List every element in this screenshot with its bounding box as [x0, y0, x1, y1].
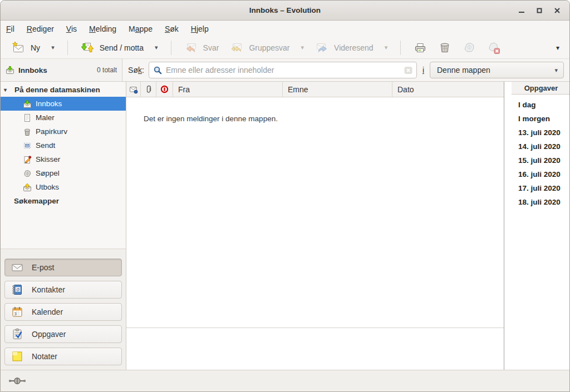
toolbar-separator — [171, 41, 171, 55]
menu-hjelp[interactable]: Hjelp — [191, 23, 215, 35]
folder-innboks[interactable]: Innboks — [1, 97, 126, 111]
reply-all-button[interactable]: Gruppesvar ▾ — [224, 39, 309, 57]
message-list-body[interactable]: Det er ingen meldinger i denne mappen. — [126, 97, 504, 328]
todo-item-date[interactable]: 15. juli 2020 — [518, 153, 570, 167]
reply-label: Svar — [203, 43, 219, 52]
minimize-button[interactable] — [513, 2, 530, 19]
clear-search-icon[interactable] — [404, 66, 412, 75]
svg-text:3: 3 — [14, 311, 16, 316]
menu-rediger[interactable]: Rediger — [27, 23, 60, 35]
reply-button[interactable]: Svar — [179, 39, 225, 57]
send-receive-label: Send / motta — [100, 43, 144, 52]
todo-item-date[interactable]: 17. juli 2020 — [518, 181, 570, 195]
message-preview-pane[interactable] — [126, 328, 504, 371]
search-icon — [153, 66, 163, 75]
delete-button[interactable] — [434, 38, 455, 57]
content-area: ▾ På denne datamaskinen Innboks — [1, 82, 570, 371]
forward-icon — [315, 41, 328, 54]
todo-item-date[interactable]: 14. juli 2020 — [518, 140, 570, 153]
reply-all-dropdown-icon[interactable]: ▾ — [301, 44, 304, 51]
current-folder-name: Innboks — [18, 66, 47, 75]
notes-icon — [11, 350, 23, 363]
search-scope-label: i — [422, 66, 424, 75]
maximize-icon — [536, 7, 543, 14]
search-input[interactable] — [149, 66, 416, 75]
menu-fil[interactable]: Fil — [6, 23, 21, 35]
todo-bar-items: I dag I morgen 13. juli 2020 14. juli 20… — [504, 95, 570, 209]
menu-mappe[interactable]: Mappe — [129, 23, 159, 35]
paperclip-icon — [144, 85, 153, 94]
folder-tree: ▾ På denne datamaskinen Innboks — [1, 82, 126, 208]
drafts-icon — [23, 155, 32, 164]
menu-melding[interactable]: Melding — [89, 23, 122, 35]
toolbar-overflow-button[interactable]: ▾ — [552, 42, 564, 54]
folder-total-count: 0 totalt — [97, 66, 117, 74]
folder-skisser[interactable]: Skisser — [1, 152, 126, 166]
inbox-icon — [6, 66, 14, 75]
close-button[interactable] — [548, 2, 566, 19]
evolution-window: Innboks – Evolution Fil Rediger Vis Meld… — [0, 0, 570, 392]
column-fra[interactable]: Fra — [173, 82, 283, 97]
column-important[interactable] — [156, 82, 173, 97]
switcher-kalender-button[interactable]: 3 Kalender — [4, 303, 122, 321]
switcher-epost-button[interactable]: E-post — [4, 259, 122, 276]
column-attachment[interactable] — [141, 82, 156, 97]
folder-header: Innboks 0 totalt — [1, 59, 122, 81]
folder-maler[interactable]: Maler — [1, 111, 126, 125]
folder-papirkurv[interactable]: Papirkurv — [1, 125, 126, 138]
junk-icon — [463, 41, 476, 54]
trash-icon — [23, 127, 32, 136]
reply-icon — [184, 41, 198, 54]
tree-group-sokemapper[interactable]: Søkemapper — [1, 194, 126, 208]
todo-item-date[interactable]: 13. juli 2020 — [518, 126, 570, 140]
junk-button[interactable] — [459, 38, 480, 57]
switcher-notater-button[interactable]: Notater — [4, 348, 122, 365]
scope-dropdown-arrow-icon: ▾ — [554, 67, 558, 73]
todo-item-date[interactable]: 18. juli 2020 — [518, 195, 570, 209]
new-message-dropdown-icon[interactable]: ▾ — [51, 44, 55, 51]
status-bar — [1, 370, 569, 391]
send-receive-icon — [81, 41, 94, 54]
search-row: Innboks 0 totalt Søk: — [1, 59, 569, 82]
todo-item-idag[interactable]: I dag — [518, 98, 570, 112]
column-status[interactable] — [126, 82, 141, 97]
templates-icon — [23, 113, 32, 122]
switcher-kontakter-button[interactable]: @ Kontakter — [4, 281, 122, 299]
forward-dropdown-icon[interactable]: ▾ — [385, 44, 388, 51]
reply-all-label: Gruppesvar — [249, 43, 289, 52]
message-list-header: Fra Emne Dato — [126, 82, 504, 97]
todo-bar-header[interactable]: Oppgaver — [512, 82, 570, 95]
search-box — [149, 62, 417, 78]
folder-utboks[interactable]: Utboks — [1, 180, 126, 194]
todo-item-date[interactable]: 16. juli 2020 — [518, 167, 570, 181]
maximize-button[interactable] — [530, 2, 548, 19]
new-message-button[interactable]: Ny ▾ — [6, 39, 60, 57]
search-scope-dropdown[interactable]: Denne mappen ▾ — [430, 62, 564, 78]
svg-text:@: @ — [16, 287, 20, 291]
todo-item-imorgen[interactable]: I morgen — [518, 112, 570, 126]
empty-folder-message: Det er ingen meldinger i denne mappen. — [144, 115, 278, 123]
send-receive-dropdown-icon[interactable]: ▾ — [155, 44, 158, 51]
window-controls — [513, 1, 566, 21]
column-dato[interactable]: Dato — [392, 82, 504, 97]
switcher-oppgaver-button[interactable]: Oppgaver — [4, 325, 122, 343]
toolbar-separator — [67, 41, 68, 55]
menu-sok[interactable]: Søk — [165, 23, 185, 35]
toolbar-separator — [400, 41, 401, 55]
outbox-icon — [23, 183, 32, 192]
tree-root-on-this-computer[interactable]: ▾ På denne datamaskinen — [1, 83, 126, 97]
toolbar: Ny ▾ Send / motta ▾ — [1, 37, 569, 59]
inbox-icon — [23, 100, 32, 108]
send-receive-button[interactable]: Send / motta ▾ — [75, 39, 164, 57]
forward-button[interactable]: Videresend ▾ — [309, 39, 393, 57]
print-button[interactable] — [410, 38, 431, 57]
folder-soppel[interactable]: Søppel — [1, 166, 126, 180]
folder-sidebar: ▾ På denne datamaskinen Innboks — [1, 82, 126, 371]
menu-vis[interactable]: Vis — [66, 23, 83, 35]
not-junk-button[interactable] — [483, 38, 504, 57]
folder-sendt[interactable]: Sendt — [1, 138, 126, 152]
column-emne[interactable]: Emne — [283, 82, 392, 97]
window-title: Innboks – Evolution — [249, 6, 321, 14]
online-status-plug-icon[interactable] — [8, 376, 26, 385]
expander-icon[interactable]: ▾ — [4, 87, 11, 93]
